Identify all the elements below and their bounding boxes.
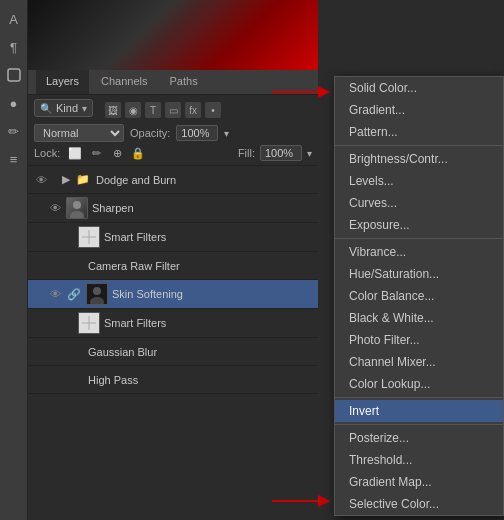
fill-arrow[interactable]: ▾ xyxy=(307,148,312,159)
arrow-solid-color xyxy=(272,82,332,105)
layer-smart-filters-2[interactable]: 👁 Smart Filters xyxy=(28,309,318,338)
menu-item-pattern---[interactable]: Pattern... xyxy=(335,121,503,143)
filter-row: 🔍 Kind ▾ 🖼 ◉ T ▭ fx • xyxy=(34,99,312,121)
menu-item-curves---[interactable]: Curves... xyxy=(335,192,503,214)
pen-tool-icon[interactable]: ✏ xyxy=(3,120,25,142)
search-icon: 🔍 xyxy=(40,103,52,114)
filter-icon-circle[interactable]: ◉ xyxy=(125,102,141,118)
thumb-sharpen xyxy=(66,197,88,219)
filter-icons: 🖼 ◉ T ▭ fx • xyxy=(105,102,221,118)
adjustment-dropdown-menu: Solid Color...Gradient...Pattern...Brigh… xyxy=(334,76,504,516)
menu-item-hue-saturation---[interactable]: Hue/Saturation... xyxy=(335,263,503,285)
eye-icon-sharpen[interactable]: 👁 xyxy=(48,201,62,215)
svg-rect-0 xyxy=(8,69,20,81)
layer-camera-raw[interactable]: 👁 Camera Raw Filter xyxy=(28,252,318,280)
svg-point-2 xyxy=(70,211,84,218)
menu-separator xyxy=(335,397,503,398)
layers-panel: Layers Channels Paths 🔍 Kind ▾ 🖼 ◉ T ▭ f… xyxy=(28,70,318,520)
layer-dodge-burn[interactable]: 👁 ▶ 📁 Dodge and Burn xyxy=(28,166,318,194)
canvas-gradient xyxy=(28,0,318,70)
shape-tool-icon[interactable] xyxy=(3,64,25,86)
filter-icon-dot[interactable]: • xyxy=(205,102,221,118)
layer-name-skin-softening: Skin Softening xyxy=(112,288,312,300)
menu-item-levels---[interactable]: Levels... xyxy=(335,170,503,192)
thumb-smart-filters-2 xyxy=(78,312,100,334)
svg-point-1 xyxy=(73,201,81,209)
menu-item-brightness-contr---[interactable]: Brightness/Contr... xyxy=(335,148,503,170)
eye-icon-dodge-burn[interactable]: 👁 xyxy=(34,173,48,187)
opacity-arrow[interactable]: ▾ xyxy=(224,128,229,139)
kind-label: Kind xyxy=(56,102,78,114)
lock-label: Lock: xyxy=(34,147,60,159)
layer-name-sharpen: Sharpen xyxy=(92,202,312,214)
layer-sharpen[interactable]: 👁 Sharpen xyxy=(28,194,318,223)
brush-tool-icon[interactable]: ● xyxy=(3,92,25,114)
menu-separator xyxy=(335,238,503,239)
opacity-label: Opacity: xyxy=(130,127,170,139)
menu-separator xyxy=(335,424,503,425)
blend-mode-select[interactable]: Normal xyxy=(34,124,124,142)
menu-item-gradient-map---[interactable]: Gradient Map... xyxy=(335,471,503,493)
canvas-preview xyxy=(28,0,318,70)
adjust-tool-icon[interactable]: ≡ xyxy=(3,148,25,170)
menu-item-color-balance---[interactable]: Color Balance... xyxy=(335,285,503,307)
layer-name-smart-filters-1: Smart Filters xyxy=(104,231,312,243)
tab-channels[interactable]: Channels xyxy=(91,70,157,94)
folder-icon-dodge-burn: ▶ xyxy=(62,173,70,186)
layer-name-high-pass: High Pass xyxy=(88,374,312,386)
tab-layers[interactable]: Layers xyxy=(36,70,89,94)
lock-position-btn[interactable]: ⊕ xyxy=(109,145,125,161)
lock-transparent-btn[interactable]: ⬜ xyxy=(67,145,83,161)
layer-list: 👁 ▶ 📁 Dodge and Burn 👁 Sharpen xyxy=(28,166,318,520)
layer-name-camera-raw: Camera Raw Filter xyxy=(88,260,312,272)
layer-high-pass[interactable]: 👁 High Pass xyxy=(28,366,318,394)
filter-icon-fx[interactable]: fx xyxy=(185,102,201,118)
menu-item-invert[interactable]: Invert xyxy=(335,400,503,422)
kind-dropdown-arrow[interactable]: ▾ xyxy=(82,103,87,114)
search-bar[interactable]: 🔍 Kind ▾ xyxy=(34,99,93,117)
folder-shape-dodge-burn: 📁 xyxy=(76,173,90,186)
filter-icon-text[interactable]: T xyxy=(145,102,161,118)
layer-smart-filters-1[interactable]: 👁 Smart Filters xyxy=(28,223,318,252)
layer-gaussian-blur[interactable]: 👁 Gaussian Blur xyxy=(28,338,318,366)
main-panel: Layers Channels Paths 🔍 Kind ▾ 🖼 ◉ T ▭ f… xyxy=(28,0,318,520)
arrow-selective-color xyxy=(272,491,332,514)
layer-name-gaussian-blur: Gaussian Blur xyxy=(88,346,312,358)
menu-item-black---white---[interactable]: Black & White... xyxy=(335,307,503,329)
svg-point-6 xyxy=(90,297,104,304)
eye-icon-skin-softening[interactable]: 👁 xyxy=(48,287,62,301)
tab-paths[interactable]: Paths xyxy=(160,70,208,94)
chain-icon-skin-softening: 🔗 xyxy=(67,288,81,301)
lock-fill-row: Lock: ⬜ ✏ ⊕ 🔒 Fill: 100% ▾ xyxy=(34,145,312,161)
menu-item-selective-color---[interactable]: Selective Color... xyxy=(335,493,503,515)
menu-item-channel-mixer---[interactable]: Channel Mixer... xyxy=(335,351,503,373)
layer-name-smart-filters-2: Smart Filters xyxy=(104,317,312,329)
menu-item-exposure---[interactable]: Exposure... xyxy=(335,214,503,236)
filter-icon-image[interactable]: 🖼 xyxy=(105,102,121,118)
lock-image-btn[interactable]: ✏ xyxy=(88,145,104,161)
svg-point-5 xyxy=(93,287,101,295)
menu-item-photo-filter---[interactable]: Photo Filter... xyxy=(335,329,503,351)
blend-opacity-row: Normal Opacity: 100% ▾ xyxy=(34,124,312,142)
opacity-value[interactable]: 100% xyxy=(176,125,218,141)
filter-icon-shape[interactable]: ▭ xyxy=(165,102,181,118)
menu-item-vibrance---[interactable]: Vibrance... xyxy=(335,241,503,263)
layer-skin-softening[interactable]: 👁 🔗 Skin Softening xyxy=(28,280,318,309)
menu-item-posterize---[interactable]: Posterize... xyxy=(335,427,503,449)
menu-item-solid-color---[interactable]: Solid Color... xyxy=(335,77,503,99)
fill-label: Fill: xyxy=(238,147,255,159)
fill-value[interactable]: 100% xyxy=(260,145,302,161)
thumb-smart-filters-1 xyxy=(78,226,100,248)
thumb-skin-softening xyxy=(86,283,108,305)
left-toolbar: A ¶ ● ✏ ≡ xyxy=(0,0,28,520)
menu-separator xyxy=(335,145,503,146)
menu-item-gradient---[interactable]: Gradient... xyxy=(335,99,503,121)
menu-item-threshold---[interactable]: Threshold... xyxy=(335,449,503,471)
layer-controls: 🔍 Kind ▾ 🖼 ◉ T ▭ fx • Normal Opac xyxy=(28,95,318,166)
lock-all-btn[interactable]: 🔒 xyxy=(130,145,146,161)
layer-name-dodge-burn: Dodge and Burn xyxy=(96,174,312,186)
menu-item-color-lookup---[interactable]: Color Lookup... xyxy=(335,373,503,395)
text-tool-icon[interactable]: A xyxy=(3,8,25,30)
paragraph-tool-icon[interactable]: ¶ xyxy=(3,36,25,58)
